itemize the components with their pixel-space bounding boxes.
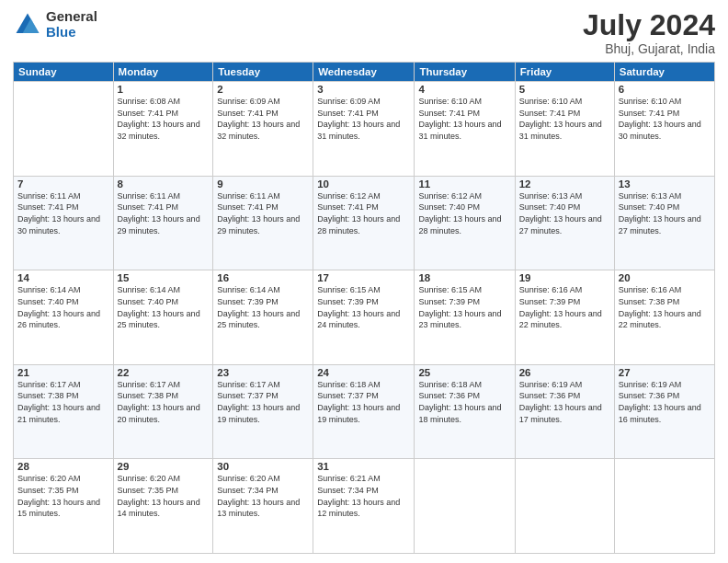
day-info: Sunrise: 6:15 AMSunset: 7:39 PMDaylight:… [418, 284, 510, 330]
calendar-week-row: 28Sunrise: 6:20 AMSunset: 7:35 PMDayligh… [14, 459, 715, 554]
calendar-cell: 6Sunrise: 6:10 AMSunset: 7:41 PMDaylight… [614, 82, 714, 177]
calendar-cell: 20Sunrise: 6:16 AMSunset: 7:38 PMDayligh… [614, 270, 714, 365]
calendar-cell: 24Sunrise: 6:18 AMSunset: 7:37 PMDayligh… [313, 364, 415, 459]
day-number: 3 [317, 84, 410, 95]
weekday-header: Saturday [614, 63, 714, 82]
day-number: 8 [118, 178, 210, 190]
day-number: 29 [118, 461, 210, 472]
calendar-cell: 29Sunrise: 6:20 AMSunset: 7:35 PMDayligh… [113, 459, 213, 554]
day-info: Sunrise: 6:13 AMSunset: 7:40 PMDaylight:… [519, 190, 610, 236]
day-info: Sunrise: 6:15 AMSunset: 7:39 PMDaylight:… [317, 284, 410, 330]
day-info: Sunrise: 6:09 AMSunset: 7:41 PMDaylight:… [317, 96, 410, 142]
calendar-cell: 3Sunrise: 6:09 AMSunset: 7:41 PMDaylight… [313, 82, 415, 177]
day-number: 10 [317, 178, 410, 190]
day-number: 31 [317, 461, 410, 472]
day-info: Sunrise: 6:19 AMSunset: 7:36 PMDaylight:… [619, 379, 711, 425]
weekday-header-row: SundayMondayTuesdayWednesdayThursdayFrid… [14, 63, 715, 82]
calendar-cell: 2Sunrise: 6:09 AMSunset: 7:41 PMDaylight… [213, 82, 313, 177]
calendar-cell: 31Sunrise: 6:21 AMSunset: 7:34 PMDayligh… [313, 459, 415, 554]
day-info: Sunrise: 6:18 AMSunset: 7:36 PMDaylight:… [418, 379, 510, 425]
day-info: Sunrise: 6:16 AMSunset: 7:38 PMDaylight:… [619, 284, 711, 330]
calendar-cell: 30Sunrise: 6:20 AMSunset: 7:34 PMDayligh… [213, 459, 313, 554]
logo-icon [13, 10, 42, 40]
calendar-cell [415, 459, 515, 554]
day-number: 16 [217, 272, 309, 283]
calendar-cell [14, 82, 114, 177]
calendar-cell: 16Sunrise: 6:14 AMSunset: 7:39 PMDayligh… [213, 270, 313, 365]
calendar-cell: 11Sunrise: 6:12 AMSunset: 7:40 PMDayligh… [415, 176, 515, 270]
weekday-header: Thursday [415, 63, 515, 82]
calendar-week-row: 21Sunrise: 6:17 AMSunset: 7:38 PMDayligh… [14, 364, 715, 459]
calendar-cell [614, 459, 714, 554]
day-number: 9 [217, 178, 309, 190]
calendar: SundayMondayTuesdayWednesdayThursdayFrid… [13, 62, 715, 554]
day-number: 6 [619, 84, 711, 95]
day-number: 25 [418, 367, 510, 378]
logo-blue: Blue [46, 25, 97, 40]
day-info: Sunrise: 6:18 AMSunset: 7:37 PMDaylight:… [317, 379, 410, 425]
calendar-cell: 17Sunrise: 6:15 AMSunset: 7:39 PMDayligh… [313, 270, 415, 365]
day-number: 12 [519, 178, 610, 190]
day-number: 5 [519, 84, 610, 95]
calendar-cell: 26Sunrise: 6:19 AMSunset: 7:36 PMDayligh… [515, 364, 614, 459]
day-info: Sunrise: 6:17 AMSunset: 7:38 PMDaylight:… [17, 379, 109, 425]
calendar-cell: 22Sunrise: 6:17 AMSunset: 7:38 PMDayligh… [113, 364, 213, 459]
calendar-cell: 5Sunrise: 6:10 AMSunset: 7:41 PMDaylight… [515, 82, 614, 177]
calendar-week-row: 7Sunrise: 6:11 AMSunset: 7:41 PMDaylight… [14, 176, 715, 270]
calendar-cell: 21Sunrise: 6:17 AMSunset: 7:38 PMDayligh… [14, 364, 114, 459]
page: General Blue July 2024 Bhuj, Gujarat, In… [0, 0, 728, 563]
calendar-cell: 10Sunrise: 6:12 AMSunset: 7:41 PMDayligh… [313, 176, 415, 270]
day-info: Sunrise: 6:16 AMSunset: 7:39 PMDaylight:… [519, 284, 610, 330]
calendar-cell: 12Sunrise: 6:13 AMSunset: 7:40 PMDayligh… [515, 176, 614, 270]
day-info: Sunrise: 6:09 AMSunset: 7:41 PMDaylight:… [217, 96, 309, 142]
day-number: 23 [217, 367, 309, 378]
day-info: Sunrise: 6:14 AMSunset: 7:40 PMDaylight:… [17, 284, 109, 330]
day-number: 7 [17, 178, 109, 190]
weekday-header: Sunday [14, 63, 114, 82]
calendar-cell: 7Sunrise: 6:11 AMSunset: 7:41 PMDaylight… [14, 176, 114, 270]
day-info: Sunrise: 6:14 AMSunset: 7:39 PMDaylight:… [217, 284, 309, 330]
day-number: 28 [17, 461, 109, 472]
calendar-cell: 13Sunrise: 6:13 AMSunset: 7:40 PMDayligh… [614, 176, 714, 270]
day-info: Sunrise: 6:12 AMSunset: 7:40 PMDaylight:… [418, 190, 510, 236]
day-info: Sunrise: 6:21 AMSunset: 7:34 PMDaylight:… [317, 473, 410, 519]
calendar-cell: 8Sunrise: 6:11 AMSunset: 7:41 PMDaylight… [113, 176, 213, 270]
weekday-header: Tuesday [213, 63, 313, 82]
calendar-cell: 1Sunrise: 6:08 AMSunset: 7:41 PMDaylight… [113, 82, 213, 177]
day-number: 11 [418, 178, 510, 190]
logo-text: General Blue [46, 9, 97, 40]
day-number: 15 [118, 272, 210, 283]
logo-general: General [46, 9, 97, 25]
calendar-cell: 28Sunrise: 6:20 AMSunset: 7:35 PMDayligh… [14, 459, 114, 554]
day-number: 21 [17, 367, 109, 378]
day-info: Sunrise: 6:12 AMSunset: 7:41 PMDaylight:… [317, 190, 410, 236]
day-number: 26 [519, 367, 610, 378]
calendar-cell: 27Sunrise: 6:19 AMSunset: 7:36 PMDayligh… [614, 364, 714, 459]
day-info: Sunrise: 6:11 AMSunset: 7:41 PMDaylight:… [118, 190, 210, 236]
weekday-header: Friday [515, 63, 614, 82]
day-number: 4 [418, 84, 510, 95]
day-number: 24 [317, 367, 410, 378]
day-info: Sunrise: 6:10 AMSunset: 7:41 PMDaylight:… [519, 96, 610, 142]
day-number: 13 [619, 178, 711, 190]
calendar-cell: 19Sunrise: 6:16 AMSunset: 7:39 PMDayligh… [515, 270, 614, 365]
calendar-week-row: 1Sunrise: 6:08 AMSunset: 7:41 PMDaylight… [14, 82, 715, 177]
day-info: Sunrise: 6:08 AMSunset: 7:41 PMDaylight:… [118, 96, 210, 142]
day-number: 19 [519, 272, 610, 283]
weekday-header: Monday [113, 63, 213, 82]
header: General Blue July 2024 Bhuj, Gujarat, In… [13, 9, 715, 56]
day-number: 14 [17, 272, 109, 283]
day-number: 30 [217, 461, 309, 472]
calendar-cell: 4Sunrise: 6:10 AMSunset: 7:41 PMDaylight… [415, 82, 515, 177]
day-info: Sunrise: 6:13 AMSunset: 7:40 PMDaylight:… [619, 190, 711, 236]
logo: General Blue [13, 9, 97, 40]
day-info: Sunrise: 6:11 AMSunset: 7:41 PMDaylight:… [17, 190, 109, 236]
calendar-cell: 23Sunrise: 6:17 AMSunset: 7:37 PMDayligh… [213, 364, 313, 459]
day-number: 2 [217, 84, 309, 95]
day-info: Sunrise: 6:20 AMSunset: 7:34 PMDaylight:… [217, 473, 309, 519]
day-number: 22 [118, 367, 210, 378]
calendar-cell: 25Sunrise: 6:18 AMSunset: 7:36 PMDayligh… [415, 364, 515, 459]
day-info: Sunrise: 6:14 AMSunset: 7:40 PMDaylight:… [118, 284, 210, 330]
calendar-cell: 18Sunrise: 6:15 AMSunset: 7:39 PMDayligh… [415, 270, 515, 365]
day-info: Sunrise: 6:10 AMSunset: 7:41 PMDaylight:… [418, 96, 510, 142]
